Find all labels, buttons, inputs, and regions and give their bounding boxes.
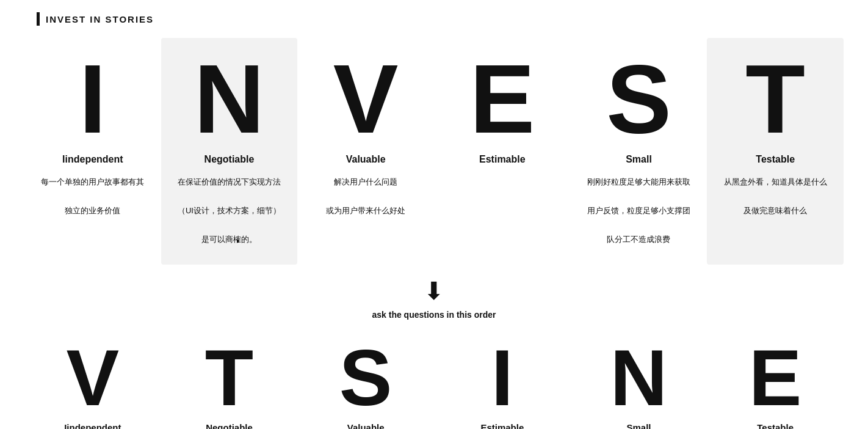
invest-card-v: VValuable解决用户什么问题或为用户带来什么好处 bbox=[297, 38, 434, 265]
arrow-down-icon: ⬇ bbox=[424, 277, 444, 305]
invest-desc-1: 在保证价值的情况下实现方法（UI设计，技术方案，细节）是可以商榷的。 bbox=[178, 175, 281, 246]
invest-card-s: SSmall刚刚好粒度足够大能用来获取用户反馈，粒度足够小支撑团队分工不造成浪费 bbox=[571, 38, 707, 265]
invest-desc-0: 每一个单独的用户故事都有其独立的业务价值 bbox=[41, 175, 144, 218]
bottom-label-1: Negotiable bbox=[206, 422, 253, 429]
invest-card-e: EEstimable bbox=[434, 38, 571, 265]
bottom-card-1: TNegotiable bbox=[161, 332, 298, 429]
invest-desc-5: 从黑盒外看，知道具体是什么及做完意味着什么 bbox=[724, 175, 827, 218]
invest-card-n: NNegotiable在保证价值的情况下实现方法（UI设计，技术方案，细节）是可… bbox=[161, 38, 298, 265]
bottom-label-5: Testable bbox=[757, 422, 794, 429]
bottom-label-4: Small bbox=[626, 422, 651, 429]
bottom-card-5: ETestable bbox=[707, 332, 844, 429]
bottom-grid: VIindependentTNegotiableSValuableIEstima… bbox=[0, 332, 868, 429]
invest-label-5: Testable bbox=[756, 154, 795, 165]
arrow-section: ⬇ ask the questions in this order bbox=[0, 265, 868, 326]
bottom-letter-3: I bbox=[491, 338, 513, 417]
invest-label-3: Estimable bbox=[479, 154, 526, 165]
bottom-letter-4: N bbox=[610, 338, 668, 417]
invest-letter-i: I bbox=[79, 50, 106, 148]
invest-label-2: Valuable bbox=[346, 154, 386, 165]
invest-desc-2: 解决用户什么问题或为用户带来什么好处 bbox=[326, 175, 405, 218]
invest-label-0: Iindependent bbox=[62, 154, 123, 165]
invest-card-i: IIindependent每一个单独的用户故事都有其独立的业务价值 bbox=[24, 38, 161, 265]
bottom-card-3: IEstimable bbox=[434, 332, 571, 429]
page-title: INVEST IN STORIES bbox=[46, 14, 154, 24]
bottom-letter-5: E bbox=[749, 338, 802, 417]
bottom-card-2: SValuable bbox=[297, 332, 434, 429]
bottom-letter-0: V bbox=[66, 338, 119, 417]
bottom-label-3: Estimable bbox=[480, 422, 524, 429]
bottom-card-0: VIindependent bbox=[24, 332, 161, 429]
bottom-card-4: NSmall bbox=[571, 332, 707, 429]
bottom-label-2: Valuable bbox=[347, 422, 385, 429]
invest-letter-t: T bbox=[745, 50, 805, 148]
invest-label-1: Negotiable bbox=[204, 154, 255, 165]
arrow-label: ask the questions in this order bbox=[372, 310, 496, 320]
invest-letter-v: V bbox=[333, 50, 399, 148]
page-header: INVEST IN STORIES bbox=[0, 0, 868, 32]
invest-letter-s: S bbox=[606, 50, 671, 148]
invest-letter-e: E bbox=[469, 50, 535, 148]
invest-letter-n: N bbox=[194, 50, 265, 148]
invest-card-t: TTestable从黑盒外看，知道具体是什么及做完意味着什么 bbox=[707, 38, 844, 265]
bottom-letter-1: T bbox=[205, 338, 253, 417]
bottom-label-0: Iindependent bbox=[64, 422, 121, 429]
header-bar bbox=[37, 12, 40, 26]
bottom-letter-2: S bbox=[339, 338, 392, 417]
invest-desc-4: 刚刚好粒度足够大能用来获取用户反馈，粒度足够小支撑团队分工不造成浪费 bbox=[587, 175, 690, 246]
invest-label-4: Small bbox=[626, 154, 652, 165]
invest-grid: IIindependent每一个单独的用户故事都有其独立的业务价值NNegoti… bbox=[0, 38, 868, 265]
